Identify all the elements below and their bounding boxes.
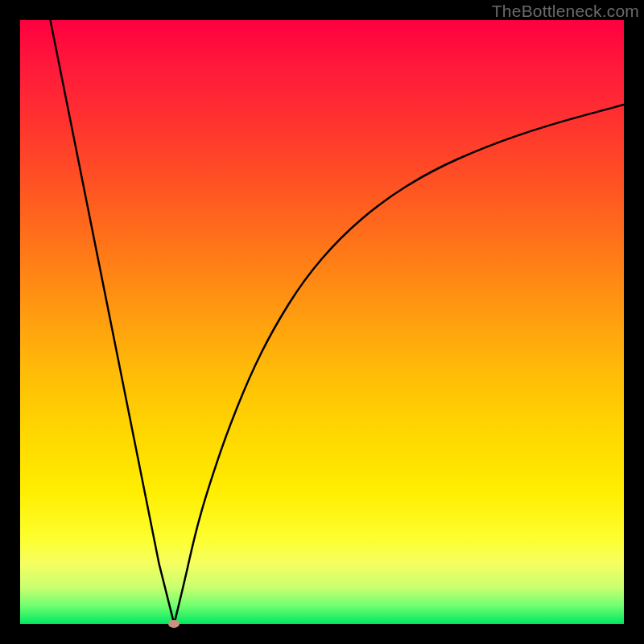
curve-path-right xyxy=(174,105,624,624)
bottleneck-curve xyxy=(20,20,624,624)
optimal-point-marker xyxy=(168,620,180,628)
watermark-text: TheBottleneck.com xyxy=(492,2,639,21)
curve-path-left xyxy=(51,20,175,624)
chart-plot-area xyxy=(20,20,624,624)
